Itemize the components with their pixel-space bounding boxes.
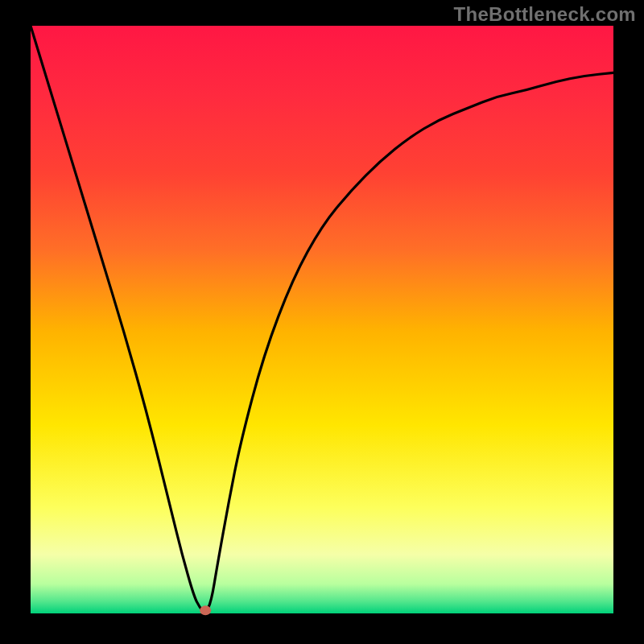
attribution-label: TheBottleneck.com <box>454 3 636 26</box>
chart-container: TheBottleneck.com <box>0 0 644 644</box>
bottleneck-chart <box>0 0 644 644</box>
plot-area <box>31 26 613 613</box>
optimal-marker <box>200 605 211 615</box>
